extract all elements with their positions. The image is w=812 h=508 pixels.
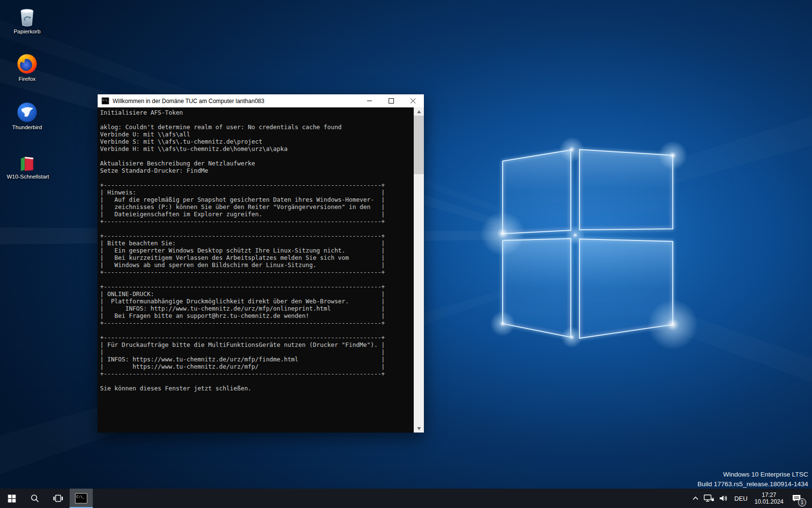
os-watermark: Windows 10 Enterprise LTSC Build 17763.r… (697, 470, 808, 489)
svg-text:C:\_: C:\_ (76, 495, 85, 499)
close-button[interactable] (402, 94, 424, 107)
tray-volume-button[interactable] (716, 489, 731, 508)
scrollbar[interactable] (414, 107, 424, 433)
tray-clock-button[interactable]: 17:27 10.01.2024 (751, 489, 787, 508)
start-button[interactable] (0, 489, 23, 508)
svg-text:C:\_: C:\_ (102, 99, 109, 102)
desktop-icon-label: W10-Schnellstart (7, 174, 47, 180)
windows-logo-icon (8, 494, 16, 503)
thunderbird-icon (7, 100, 47, 123)
console-output: Initialisiere AFS-Token aklog: Couldn't … (98, 107, 414, 433)
desktop-icon-firefox[interactable]: Firefox (7, 51, 47, 82)
recycle-bin-icon (7, 4, 47, 27)
desktop-icon-thunderbird[interactable]: Thunderbird (7, 100, 47, 131)
clock-time: 17:27 (762, 492, 776, 498)
windows-logo-panes (503, 149, 673, 338)
task-view-icon (53, 494, 63, 503)
ethernet-icon (704, 494, 714, 503)
console-window: C:\_ Willkommen in der Domäne TUC am Com… (98, 94, 424, 433)
desktop-icon-w10-schnellstart[interactable]: W10-Schnellstart (7, 149, 47, 180)
system-tray: DEU 17:27 10.01.2024 1 (689, 489, 812, 508)
notification-badge: 1 (798, 498, 806, 507)
chevron-up-icon (693, 497, 698, 500)
clock-date: 10.01.2024 (754, 498, 783, 505)
console-body: Initialisiere AFS-Token aklog: Couldn't … (98, 107, 424, 433)
window-title: Willkommen in der Domäne TUC am Computer… (113, 98, 359, 105)
search-button[interactable] (23, 489, 46, 508)
desktop-icon-label: Papierkorb (7, 29, 47, 35)
tray-language-button[interactable]: DEU (731, 489, 751, 508)
minimize-button[interactable] (359, 94, 380, 107)
desktop-icon-recycle-bin[interactable]: Papierkorb (7, 4, 47, 35)
scrollbar-up-arrow[interactable] (414, 107, 424, 116)
scrollbar-down-arrow[interactable] (414, 424, 424, 433)
taskbar: C:\_ (0, 489, 812, 508)
tray-expand-button[interactable] (689, 489, 702, 508)
search-icon (30, 494, 39, 503)
tray-network-button[interactable] (702, 489, 716, 508)
action-center-button[interactable]: 1 (787, 489, 806, 508)
task-view-button[interactable] (46, 489, 70, 508)
desktop-icon-list: Papierkorb Firefox (7, 4, 47, 183)
watermark-build: Build 17763.rs5_release.180914-1434 (697, 479, 808, 489)
desktop-icon-label: Firefox (7, 76, 47, 82)
window-titlebar[interactable]: C:\_ Willkommen in der Domäne TUC am Com… (98, 94, 424, 107)
cmd-taskbar-icon: C:\_ (75, 493, 87, 504)
cmd-window-icon: C:\_ (102, 97, 109, 105)
scrollbar-thumb[interactable] (414, 116, 424, 174)
maximize-button[interactable] (380, 94, 402, 107)
w10-schnellstart-icon (7, 149, 47, 172)
speaker-icon (719, 494, 728, 503)
firefox-icon (7, 51, 47, 75)
taskbar-app-cmd[interactable]: C:\_ (70, 489, 93, 508)
desktop-icon-label: Thunderbird (7, 124, 47, 131)
watermark-edition: Windows 10 Enterprise LTSC (697, 470, 808, 479)
language-indicator: DEU (734, 495, 747, 502)
